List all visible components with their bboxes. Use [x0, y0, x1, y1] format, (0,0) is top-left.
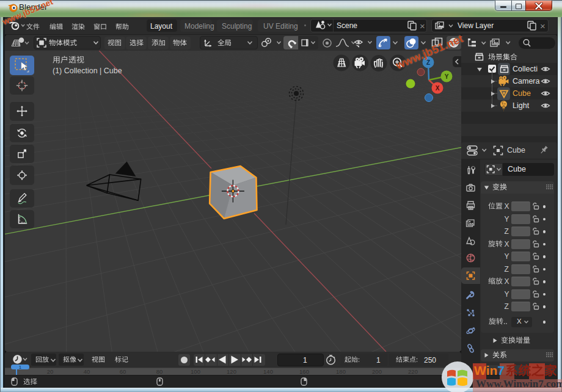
- svg-text:60: 60: [120, 368, 126, 375]
- svg-text:160: 160: [299, 368, 309, 375]
- svg-text:140: 140: [263, 368, 273, 375]
- svg-text:20: 20: [47, 368, 54, 375]
- svg-text:40: 40: [84, 368, 90, 375]
- svg-text:220: 220: [408, 368, 418, 375]
- svg-text:120: 120: [227, 368, 236, 375]
- svg-text:200: 200: [372, 368, 382, 375]
- svg-text:1: 1: [19, 365, 22, 370]
- svg-text:100: 100: [191, 368, 200, 375]
- svg-text:180: 180: [336, 368, 346, 375]
- svg-text:80: 80: [156, 368, 163, 375]
